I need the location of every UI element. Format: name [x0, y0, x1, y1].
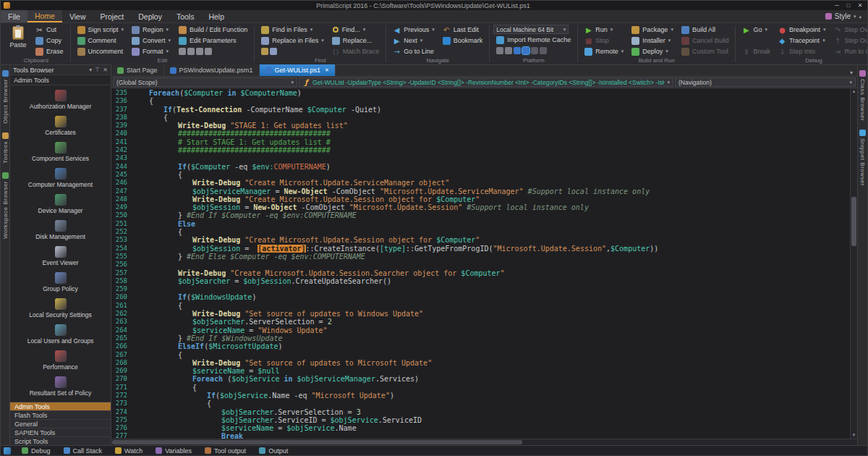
- function-dropdown[interactable]: Get-WUList -UpdateType <String> -UpdateI…: [299, 77, 673, 87]
- status-tab-output[interactable]: Output: [252, 446, 294, 455]
- code-line[interactable]: 252{: [111, 228, 849, 236]
- code-line[interactable]: 246Write-Debug "Create Microsoft.Update.…: [111, 179, 849, 187]
- code-line[interactable]: 245{: [111, 171, 849, 179]
- code-line[interactable]: 248Write-Debug "Create Microsoft.Update.…: [111, 195, 849, 203]
- tabs-to-spaces-icon[interactable]: [196, 48, 203, 55]
- vertical-scrollbar-thumb[interactable]: [851, 197, 856, 246]
- ribbon-button-break[interactable]: Break: [739, 46, 773, 56]
- horizontal-scrollbar-thumb[interactable]: [112, 440, 522, 444]
- code-line[interactable]: 265} #End If $WindowsUpdate: [111, 334, 849, 342]
- menu-deploy[interactable]: Deploy: [131, 10, 169, 22]
- ribbon-button-find[interactable]: Find...▾: [329, 25, 383, 35]
- ribbon-collapse-icon[interactable]: ▴: [859, 14, 861, 20]
- tool-item-disk-management[interactable]: Disk Management: [10, 217, 111, 243]
- tab-get-wulist-ps1[interactable]: Get-WUList.ps1✕: [260, 64, 336, 76]
- code-line[interactable]: 274$objSearcher.ServerSelection = 3: [111, 408, 849, 416]
- tab-list-dropdown-icon[interactable]: ▾: [846, 69, 857, 76]
- ribbon-button-sign-script[interactable]: Sign script▾: [75, 25, 127, 35]
- menu-tools[interactable]: Tools: [169, 10, 202, 22]
- ribbon-button-cut[interactable]: Cut: [33, 25, 67, 35]
- menu-view[interactable]: View: [62, 10, 93, 22]
- tool-item-device-manager[interactable]: Device Manager: [10, 191, 111, 217]
- code-line[interactable]: 242###################################: [111, 146, 849, 154]
- close-panel-icon[interactable]: ✕: [103, 67, 108, 73]
- dock-tab-workspace-browser[interactable]: Workspace Browser: [2, 172, 9, 239]
- scroll-up-icon[interactable]: ▲: [851, 88, 857, 95]
- platform-select[interactable]: Local Machine 64 Bit▾: [493, 25, 569, 34]
- tools-category-admin-tools[interactable]: Admin Tools: [10, 402, 111, 410]
- scope-dropdown[interactable]: (Global Scope) ▾: [113, 77, 297, 87]
- code-line[interactable]: 267{: [111, 351, 849, 359]
- code-line[interactable]: 244If($Computer -eq $env:COMPUTERNAME): [111, 163, 849, 171]
- dock-tab-object-browser[interactable]: Object Browser: [2, 70, 9, 124]
- code-line[interactable]: 266ElseIf($MicrosoftUpdate): [111, 342, 849, 350]
- ribbon-button-replace[interactable]: Replace...: [329, 35, 383, 46]
- menu-file[interactable]: File: [1, 10, 27, 22]
- ribbon-button-next[interactable]: Next▾: [390, 35, 438, 46]
- code-line[interactable]: 256: [111, 261, 849, 269]
- tool-item-authorization-manager[interactable]: Authorization Manager: [10, 87, 111, 113]
- ribbon-button-convert[interactable]: Convert▾: [129, 35, 174, 46]
- ribbon-button-run[interactable]: Run▾: [582, 25, 626, 35]
- menu-home[interactable]: Home: [27, 10, 62, 22]
- menu-project[interactable]: Project: [93, 10, 132, 22]
- ribbon-button-uncomment[interactable]: Uncomment: [75, 46, 127, 56]
- code-line[interactable]: 243: [111, 154, 849, 162]
- tab-start-page[interactable]: Start Page: [111, 64, 164, 76]
- tool-item-certificates[interactable]: Certificates: [10, 113, 111, 139]
- code-line[interactable]: 236{: [111, 97, 849, 105]
- code-line[interactable]: 241# Start STAGE 1: Get updates list #: [111, 138, 849, 146]
- ribbon-button-package[interactable]: Package▾: [629, 25, 676, 35]
- ribbon-button-comment[interactable]: Comment: [75, 35, 127, 46]
- tools-category-sapien-tools[interactable]: SAPIEN Tools: [10, 428, 111, 436]
- tool-item-group-policy[interactable]: Group Policy: [10, 269, 111, 295]
- console-64-icon[interactable]: [540, 47, 547, 54]
- code-editor[interactable]: 235Foreach($Computer in $ComputerName)23…: [111, 88, 857, 439]
- status-tab-tool-output[interactable]: Tool output: [198, 446, 252, 455]
- ribbon-button-import-remote-cache[interactable]: Import Remote Cache: [493, 35, 574, 45]
- minimize-button[interactable]: ─: [832, 2, 842, 9]
- ribbon-button-replace-in-files[interactable]: Replace in Files▾: [258, 35, 327, 46]
- code-line[interactable]: 251Else: [111, 220, 849, 228]
- tool-item-computer-management[interactable]: Computer Management: [10, 165, 111, 191]
- ribbon-button-find-in-files[interactable]: Find in Files▾: [258, 25, 327, 35]
- host-32-icon[interactable]: [496, 47, 503, 54]
- ribbon-button-tracepoint[interactable]: Tracepoint▾: [775, 35, 829, 46]
- status-tab-debug[interactable]: Debug: [15, 446, 57, 455]
- scroll-down-icon[interactable]: ▼: [851, 432, 857, 439]
- horizontal-scrollbar[interactable]: [111, 439, 857, 445]
- ribbon-button-custom-tool[interactable]: Custom Tool: [678, 46, 732, 56]
- ribbon-button-remote[interactable]: Remote▾: [582, 46, 626, 56]
- host-64-icon[interactable]: [505, 47, 512, 54]
- code-line[interactable]: 276$serviceName = $objService.Name: [111, 424, 849, 432]
- ribbon-button-breakpoint[interactable]: Breakpoint▾: [775, 25, 829, 35]
- code-line[interactable]: 263$objSearcher.ServerSelection = 2: [111, 318, 849, 326]
- ribbon-button-bookmark[interactable]: Bookmark: [440, 35, 486, 46]
- tool-item-component-services[interactable]: Component Services: [10, 139, 111, 165]
- code-line[interactable]: 254$objSession = [activator]::CreateInst…: [111, 245, 849, 253]
- code-line[interactable]: 261{: [111, 302, 849, 310]
- code-line[interactable]: 257Write-Debug "Create Microsoft.Update.…: [111, 269, 849, 277]
- code-line[interactable]: 272If($objService.Name -eq "Microsoft Up…: [111, 392, 849, 400]
- to-upper-icon[interactable]: [179, 48, 186, 55]
- ribbon-button-run-to-cursor[interactable]: Run to Cursor: [830, 46, 867, 56]
- code-line[interactable]: 260If($WindowsUpdate): [111, 293, 849, 301]
- pin-icon[interactable]: ⊤: [95, 67, 100, 73]
- ribbon-button-erase[interactable]: Erase: [33, 46, 67, 56]
- status-tab-call-stack[interactable]: Call Stack: [57, 446, 109, 455]
- ribbon-button-cancel-build[interactable]: Cancel Build: [678, 35, 732, 46]
- code-line[interactable]: 238{: [111, 114, 849, 122]
- ribbon-button-step-into[interactable]: Step Into: [775, 46, 829, 56]
- status-tab-variables[interactable]: Variables: [149, 446, 198, 455]
- ribbon-button-deploy[interactable]: Deploy▾: [629, 46, 676, 56]
- ribbon-button-step-over[interactable]: Step Over: [830, 25, 867, 35]
- code-line[interactable]: 239Write-Debug "STAGE 1: Get updates lis…: [111, 122, 849, 130]
- tools-category-script-tools[interactable]: Script Tools: [10, 436, 111, 445]
- code-line[interactable]: 277Break: [111, 432, 849, 439]
- ribbon-button-previous[interactable]: Previous▾: [390, 25, 438, 35]
- ribbon-button-paste[interactable]: Paste: [6, 25, 30, 48]
- ribbon-button-edit-parameters[interactable]: Edit Parameters: [176, 35, 250, 46]
- tool-item-event-viewer[interactable]: Event Viewer: [10, 243, 111, 269]
- tools-category-flash-tools[interactable]: Flash Tools: [10, 410, 111, 419]
- code-line[interactable]: 247$objServiceManager = New-Object -ComO…: [111, 187, 849, 195]
